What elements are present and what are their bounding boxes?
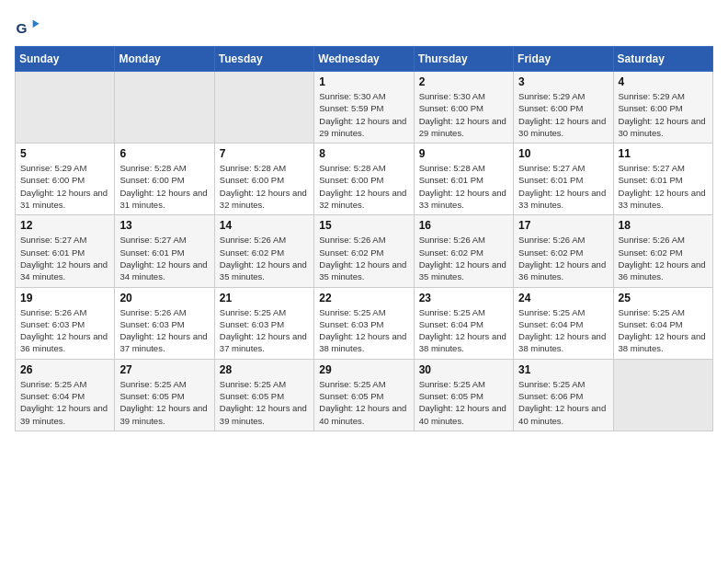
day-info: Sunrise: 5:28 AMSunset: 6:00 PMDaylight:… <box>319 162 408 211</box>
calendar-cell: 15Sunrise: 5:26 AMSunset: 6:02 PMDayligh… <box>314 215 414 287</box>
calendar-cell: 17Sunrise: 5:26 AMSunset: 6:02 PMDayligh… <box>514 215 613 287</box>
day-info: Sunrise: 5:25 AMSunset: 6:03 PMDaylight:… <box>319 306 408 355</box>
day-info: Sunrise: 5:30 AMSunset: 6:00 PMDaylight:… <box>419 90 508 139</box>
calendar-cell: 19Sunrise: 5:26 AMSunset: 6:03 PMDayligh… <box>16 287 115 359</box>
calendar-cell: 22Sunrise: 5:25 AMSunset: 6:03 PMDayligh… <box>314 287 414 359</box>
calendar-cell: 16Sunrise: 5:26 AMSunset: 6:02 PMDayligh… <box>414 215 513 287</box>
day-info: Sunrise: 5:26 AMSunset: 6:02 PMDaylight:… <box>619 234 708 282</box>
day-info: Sunrise: 5:26 AMSunset: 6:02 PMDaylight:… <box>220 234 309 282</box>
day-info: Sunrise: 5:26 AMSunset: 6:02 PMDaylight:… <box>319 234 408 282</box>
calendar-cell: 12Sunrise: 5:27 AMSunset: 6:01 PMDayligh… <box>16 215 115 287</box>
day-info: Sunrise: 5:25 AMSunset: 6:05 PMDaylight:… <box>119 378 209 427</box>
logo-icon: G <box>15 15 40 40</box>
day-info: Sunrise: 5:26 AMSunset: 6:02 PMDaylight:… <box>419 234 508 282</box>
calendar-day-header: Sunday <box>16 47 115 72</box>
day-info: Sunrise: 5:30 AMSunset: 5:59 PMDaylight:… <box>319 90 408 139</box>
calendar-cell: 8Sunrise: 5:28 AMSunset: 6:00 PMDaylight… <box>314 144 414 215</box>
calendar-body: 1Sunrise: 5:30 AMSunset: 5:59 PMDaylight… <box>16 72 713 431</box>
day-number: 30 <box>419 363 508 376</box>
day-number: 27 <box>119 363 209 376</box>
day-info: Sunrise: 5:25 AMSunset: 6:03 PMDaylight:… <box>220 306 309 355</box>
calendar-cell: 11Sunrise: 5:27 AMSunset: 6:01 PMDayligh… <box>613 144 712 215</box>
day-number: 6 <box>119 147 209 160</box>
day-number: 18 <box>619 219 708 232</box>
logo: G <box>15 15 44 40</box>
calendar-cell: 20Sunrise: 5:26 AMSunset: 6:03 PMDayligh… <box>115 287 214 359</box>
calendar-week-row: 1Sunrise: 5:30 AMSunset: 5:59 PMDaylight… <box>16 72 713 144</box>
day-info: Sunrise: 5:28 AMSunset: 6:01 PMDaylight:… <box>419 162 508 211</box>
calendar-cell: 5Sunrise: 5:29 AMSunset: 6:00 PMDaylight… <box>16 144 115 215</box>
day-number: 8 <box>319 147 408 160</box>
calendar-cell <box>115 72 214 144</box>
calendar-cell: 24Sunrise: 5:25 AMSunset: 6:04 PMDayligh… <box>514 287 613 359</box>
svg-marker-1 <box>33 20 40 28</box>
day-number: 21 <box>220 292 309 304</box>
day-number: 10 <box>518 147 608 160</box>
day-info: Sunrise: 5:25 AMSunset: 6:04 PMDaylight:… <box>619 306 708 355</box>
calendar-week-row: 12Sunrise: 5:27 AMSunset: 6:01 PMDayligh… <box>16 215 713 287</box>
day-info: Sunrise: 5:25 AMSunset: 6:06 PMDaylight:… <box>518 378 608 427</box>
day-number: 24 <box>518 292 608 304</box>
day-info: Sunrise: 5:27 AMSunset: 6:01 PMDaylight:… <box>619 162 708 211</box>
day-info: Sunrise: 5:29 AMSunset: 6:00 PMDaylight:… <box>518 90 608 139</box>
calendar-cell: 31Sunrise: 5:25 AMSunset: 6:06 PMDayligh… <box>514 359 613 431</box>
day-number: 28 <box>220 363 309 376</box>
calendar-week-row: 26Sunrise: 5:25 AMSunset: 6:04 PMDayligh… <box>16 359 713 431</box>
day-info: Sunrise: 5:27 AMSunset: 6:01 PMDaylight:… <box>119 234 209 282</box>
day-info: Sunrise: 5:26 AMSunset: 6:03 PMDaylight:… <box>20 306 109 355</box>
day-info: Sunrise: 5:25 AMSunset: 6:05 PMDaylight:… <box>319 378 408 427</box>
calendar-week-row: 5Sunrise: 5:29 AMSunset: 6:00 PMDaylight… <box>16 144 713 215</box>
calendar-cell: 21Sunrise: 5:25 AMSunset: 6:03 PMDayligh… <box>214 287 313 359</box>
day-info: Sunrise: 5:25 AMSunset: 6:04 PMDaylight:… <box>518 306 608 355</box>
day-info: Sunrise: 5:27 AMSunset: 6:01 PMDaylight:… <box>20 234 109 282</box>
calendar-cell: 14Sunrise: 5:26 AMSunset: 6:02 PMDayligh… <box>214 215 313 287</box>
day-number: 4 <box>619 75 708 88</box>
day-info: Sunrise: 5:29 AMSunset: 6:00 PMDaylight:… <box>619 90 708 139</box>
day-number: 19 <box>20 292 109 304</box>
svg-text:G: G <box>16 20 27 36</box>
calendar-cell: 10Sunrise: 5:27 AMSunset: 6:01 PMDayligh… <box>514 144 613 215</box>
calendar-day-header: Saturday <box>613 47 712 72</box>
calendar-cell: 4Sunrise: 5:29 AMSunset: 6:00 PMDaylight… <box>613 72 712 144</box>
day-info: Sunrise: 5:25 AMSunset: 6:04 PMDaylight:… <box>419 306 508 355</box>
day-number: 3 <box>518 75 608 88</box>
calendar-cell: 1Sunrise: 5:30 AMSunset: 5:59 PMDaylight… <box>314 72 414 144</box>
day-number: 1 <box>319 75 408 88</box>
day-number: 29 <box>319 363 408 376</box>
day-number: 26 <box>20 363 109 376</box>
calendar-cell: 29Sunrise: 5:25 AMSunset: 6:05 PMDayligh… <box>314 359 414 431</box>
calendar-cell <box>16 72 115 144</box>
day-info: Sunrise: 5:26 AMSunset: 6:02 PMDaylight:… <box>518 234 608 282</box>
day-number: 23 <box>419 292 508 304</box>
day-info: Sunrise: 5:25 AMSunset: 6:05 PMDaylight:… <box>419 378 508 427</box>
calendar-cell: 6Sunrise: 5:28 AMSunset: 6:00 PMDaylight… <box>115 144 214 215</box>
day-number: 12 <box>20 219 109 232</box>
calendar-cell: 7Sunrise: 5:28 AMSunset: 6:00 PMDaylight… <box>214 144 313 215</box>
day-number: 13 <box>119 219 209 232</box>
calendar-cell: 26Sunrise: 5:25 AMSunset: 6:04 PMDayligh… <box>16 359 115 431</box>
calendar-header-row: SundayMondayTuesdayWednesdayThursdayFrid… <box>16 47 713 72</box>
day-number: 17 <box>518 219 608 232</box>
calendar-cell: 18Sunrise: 5:26 AMSunset: 6:02 PMDayligh… <box>613 215 712 287</box>
calendar-cell: 23Sunrise: 5:25 AMSunset: 6:04 PMDayligh… <box>414 287 513 359</box>
day-number: 22 <box>319 292 408 304</box>
calendar-cell: 27Sunrise: 5:25 AMSunset: 6:05 PMDayligh… <box>115 359 214 431</box>
day-info: Sunrise: 5:27 AMSunset: 6:01 PMDaylight:… <box>518 162 608 211</box>
day-number: 31 <box>518 363 608 376</box>
day-info: Sunrise: 5:25 AMSunset: 6:04 PMDaylight:… <box>20 378 109 427</box>
page-header: G <box>15 15 713 40</box>
day-number: 15 <box>319 219 408 232</box>
calendar-cell: 30Sunrise: 5:25 AMSunset: 6:05 PMDayligh… <box>414 359 513 431</box>
calendar-day-header: Thursday <box>414 47 513 72</box>
calendar-cell: 13Sunrise: 5:27 AMSunset: 6:01 PMDayligh… <box>115 215 214 287</box>
day-info: Sunrise: 5:26 AMSunset: 6:03 PMDaylight:… <box>119 306 209 355</box>
calendar-day-header: Monday <box>115 47 214 72</box>
calendar-day-header: Tuesday <box>214 47 313 72</box>
day-number: 25 <box>619 292 708 304</box>
day-info: Sunrise: 5:25 AMSunset: 6:05 PMDaylight:… <box>220 378 309 427</box>
calendar-cell: 3Sunrise: 5:29 AMSunset: 6:00 PMDaylight… <box>514 72 613 144</box>
day-info: Sunrise: 5:28 AMSunset: 6:00 PMDaylight:… <box>119 162 209 211</box>
calendar-cell: 25Sunrise: 5:25 AMSunset: 6:04 PMDayligh… <box>613 287 712 359</box>
day-number: 7 <box>220 147 309 160</box>
calendar-week-row: 19Sunrise: 5:26 AMSunset: 6:03 PMDayligh… <box>16 287 713 359</box>
